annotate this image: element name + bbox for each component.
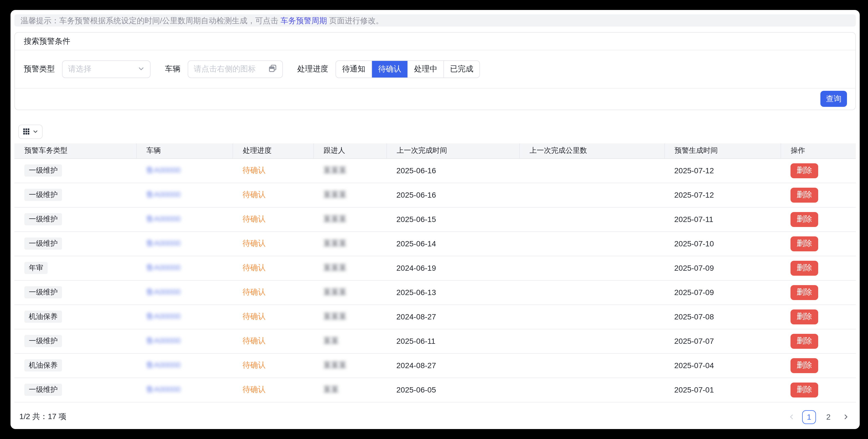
delete-button[interactable]: 删除 — [790, 163, 818, 178]
column-header: 上一次完成时间 — [386, 143, 519, 158]
warning-type-cell: 一级维护 — [14, 378, 136, 402]
page-list: 12 — [802, 410, 835, 424]
generated-date-cell: 2025-07-04 — [664, 353, 780, 378]
warning-type-select[interactable]: 请选择 — [62, 60, 151, 78]
vehicle-plate-link[interactable]: 鲁A00000 — [146, 312, 181, 320]
last-done-km-cell — [519, 329, 664, 353]
column-settings-button[interactable] — [18, 124, 42, 139]
actions-cell: 删除 — [780, 183, 856, 207]
last-done-km-cell — [519, 158, 664, 183]
vehicle-plate-link[interactable]: 鲁A00000 — [146, 336, 181, 345]
last-done-km-cell — [519, 353, 664, 378]
vehicle-input[interactable]: 请点击右侧的图标 — [188, 60, 283, 78]
vehicle-cell: 鲁A00000 — [136, 305, 232, 329]
delete-button[interactable]: 删除 — [790, 358, 818, 373]
follower-cell: 某某某 — [313, 231, 386, 256]
search-form-row: 预警类型 请选择 车辆 请点击右侧的图标 — [15, 51, 855, 89]
progress-cell: 待确认 — [232, 231, 313, 256]
progress-option-1[interactable]: 待通知 — [336, 61, 371, 77]
page-background: 温馨提示：车务预警根据系统设定的时间/公里数周期自动检测生成，可点击 车务预警周… — [0, 0, 868, 439]
last-done-km-cell — [519, 305, 664, 329]
warning-cycle-link[interactable]: 车务预警周期 — [281, 16, 327, 25]
delete-button[interactable]: 删除 — [790, 212, 818, 227]
progress-cell: 待确认 — [232, 207, 313, 231]
search-box-title: 搜索预警条件 — [15, 33, 855, 51]
warning-type-cell: 一级维护 — [14, 329, 136, 353]
actions-cell: 删除 — [780, 231, 856, 256]
warning-type-tag: 一级维护 — [24, 286, 62, 299]
column-header: 预警车务类型 — [14, 143, 136, 158]
chevron-down-icon — [138, 65, 145, 74]
vehicle-cell: 鲁A00000 — [136, 158, 232, 183]
warning-type-cell: 一级维护 — [14, 207, 136, 231]
follower-cell: 某某某 — [313, 280, 386, 305]
vehicle-input-placeholder: 请点击右侧的图标 — [194, 64, 256, 74]
vehicle-cell: 鲁A00000 — [136, 183, 232, 207]
progress-cell: 待确认 — [232, 378, 313, 402]
progress-option-4[interactable]: 已完成 — [443, 61, 479, 77]
progress-status: 待确认 — [243, 385, 266, 394]
vehicle-plate-link[interactable]: 鲁A00000 — [146, 263, 181, 272]
vehicle-cell: 鲁A00000 — [136, 329, 232, 353]
page-button-1[interactable]: 1 — [802, 410, 816, 424]
delete-button[interactable]: 删除 — [790, 187, 818, 202]
vehicle-cell: 鲁A00000 — [136, 256, 232, 280]
page-button-2[interactable]: 2 — [822, 410, 835, 424]
progress-cell: 待确认 — [232, 329, 313, 353]
vehicle-plate-link[interactable]: 鲁A00000 — [146, 385, 181, 394]
vehicle-label: 车辆 — [165, 64, 181, 74]
warning-type-cell: 机油保养 — [14, 353, 136, 378]
warning-type-cell: 年审 — [14, 256, 136, 280]
vehicle-plate-link[interactable]: 鲁A00000 — [146, 214, 181, 223]
table-row: 一级维护鲁A00000待确认某某某2025-06-152025-07-11删除 — [14, 207, 856, 231]
actions-cell: 删除 — [780, 207, 856, 231]
follower-cell: 某某某 — [313, 353, 386, 378]
delete-button[interactable]: 删除 — [790, 334, 818, 348]
vehicle-plate-link[interactable]: 鲁A00000 — [146, 190, 181, 199]
table-footer: 1/2 共：17 项 12 — [14, 402, 856, 424]
delete-button[interactable]: 删除 — [790, 236, 818, 251]
delete-button[interactable]: 删除 — [790, 285, 818, 300]
follower-name: 某某 — [323, 385, 339, 394]
delete-button[interactable]: 删除 — [790, 260, 818, 275]
column-header: 操作 — [780, 143, 856, 158]
vehicle-plate-link[interactable]: 鲁A00000 — [146, 239, 181, 247]
progress-cell: 待确认 — [232, 158, 313, 183]
next-page-icon[interactable] — [841, 410, 851, 424]
column-header: 处理进度 — [232, 143, 313, 158]
progress-option-2[interactable]: 待确认 — [371, 61, 407, 77]
pagination: 12 — [786, 410, 851, 424]
last-done-date-cell: 2025-06-05 — [386, 378, 519, 402]
delete-button[interactable]: 删除 — [790, 382, 818, 397]
warning-type-cell: 机油保养 — [14, 305, 136, 329]
actions-cell: 删除 — [780, 158, 856, 183]
follower-cell: 某某某 — [313, 256, 386, 280]
vehicle-plate-link[interactable]: 鲁A00000 — [146, 360, 181, 369]
prev-page-icon[interactable] — [786, 410, 797, 424]
vehicle-picker-icon[interactable] — [269, 64, 277, 74]
actions-cell: 删除 — [780, 353, 856, 378]
progress-cell: 待确认 — [232, 183, 313, 207]
delete-button[interactable]: 删除 — [790, 309, 818, 324]
generated-date-cell: 2025-07-09 — [664, 280, 780, 305]
follower-name: 某某某 — [323, 312, 346, 320]
warning-type-placeholder: 请选择 — [68, 64, 91, 74]
follower-cell: 某某 — [313, 329, 386, 353]
warning-type-tag: 一级维护 — [24, 238, 62, 250]
warning-type-cell: 一级维护 — [14, 158, 136, 183]
progress-option-3[interactable]: 处理中 — [407, 61, 443, 77]
grid-icon — [23, 128, 29, 134]
query-button[interactable]: 查询 — [820, 91, 847, 107]
follower-cell: 某某某 — [313, 207, 386, 231]
progress-status: 待确认 — [243, 312, 266, 320]
generated-date-cell: 2025-07-01 — [664, 378, 780, 402]
follower-name: 某某某 — [323, 287, 346, 296]
warning-type-label: 预警类型 — [24, 64, 55, 74]
progress-cell: 待确认 — [232, 256, 313, 280]
generated-date-cell: 2025-07-09 — [664, 256, 780, 280]
column-header: 车辆 — [136, 143, 232, 158]
warning-type-cell: 一级维护 — [14, 231, 136, 256]
vehicle-plate-link[interactable]: 鲁A00000 — [146, 287, 181, 296]
warning-type-tag: 一级维护 — [24, 335, 62, 347]
vehicle-plate-link[interactable]: 鲁A00000 — [146, 165, 181, 175]
